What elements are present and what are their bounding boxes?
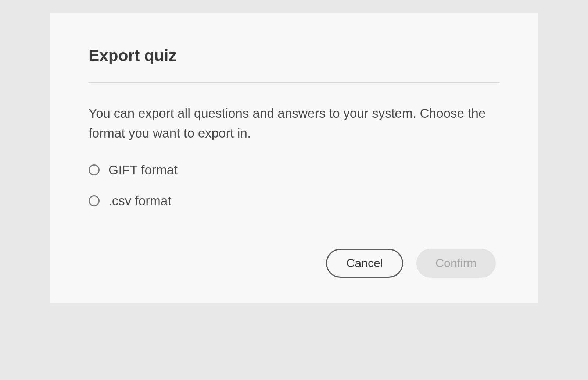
option-label: GIFT format bbox=[108, 163, 178, 177]
dialog-description: You can export all questions and answers… bbox=[89, 103, 499, 143]
dialog-title: Export quiz bbox=[89, 46, 499, 65]
option-label: .csv format bbox=[108, 193, 171, 208]
option-csv-format[interactable]: .csv format bbox=[89, 193, 499, 208]
dialog-buttons: Cancel Confirm bbox=[89, 249, 499, 278]
divider bbox=[89, 82, 499, 83]
radio-icon bbox=[89, 195, 100, 206]
export-quiz-dialog: Export quiz You can export all questions… bbox=[50, 13, 538, 303]
confirm-button[interactable]: Confirm bbox=[416, 249, 496, 278]
option-gift-format[interactable]: GIFT format bbox=[89, 163, 499, 177]
format-options: GIFT format .csv format bbox=[89, 163, 499, 208]
radio-icon bbox=[89, 164, 100, 175]
cancel-button[interactable]: Cancel bbox=[326, 249, 403, 278]
